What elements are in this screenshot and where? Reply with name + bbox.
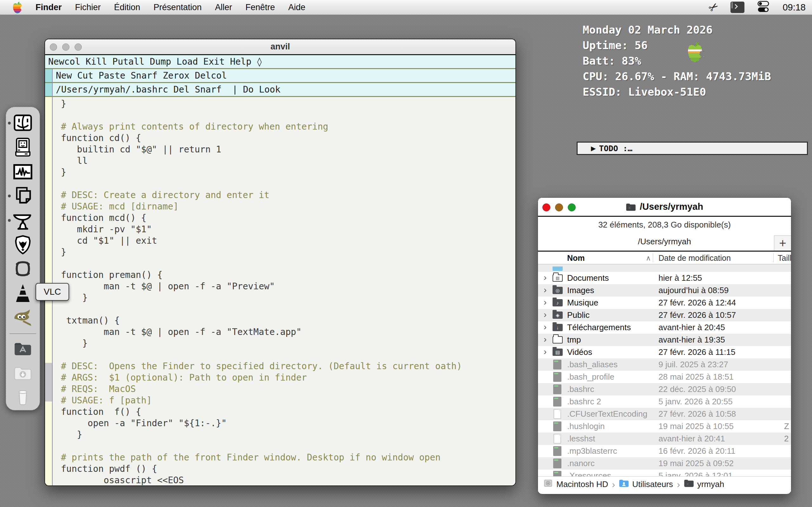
code-line[interactable]: txtman() { bbox=[61, 315, 515, 326]
minimize-button[interactable] bbox=[555, 204, 563, 211]
file-name[interactable]: .lesshst bbox=[567, 434, 595, 444]
breadcrumb-yrmyah[interactable]: yrmyah bbox=[684, 479, 724, 490]
dock-item-vlc-icon[interactable] bbox=[11, 282, 35, 305]
close-button[interactable] bbox=[50, 43, 57, 51]
file-name[interactable]: Musique bbox=[567, 298, 598, 308]
menu-finder[interactable]: Finder bbox=[36, 3, 62, 12]
code-line[interactable]: function cd() { bbox=[61, 132, 515, 144]
file-row-t-l-chargements[interactable]: ›↓Téléchargementsavant-hier à 20:45 bbox=[538, 321, 791, 334]
column-header-name[interactable]: Nom bbox=[567, 253, 585, 263]
code-comment-line[interactable]: # USAGE: f [path] bbox=[61, 395, 515, 406]
column-header-date[interactable]: Date de modification bbox=[658, 253, 731, 263]
code-line[interactable]: function mcd() { bbox=[61, 212, 515, 224]
file-row--bash-profile[interactable]: .bash_profile28 mai 2025 à 18:51 bbox=[538, 371, 791, 383]
menu-presentation[interactable]: Présentation bbox=[154, 3, 202, 12]
column-divider[interactable] bbox=[653, 253, 653, 262]
bashrc-code-editor[interactable]: } # Always print contents of directory w… bbox=[53, 97, 515, 486]
disclosure-chevron-icon[interactable]: › bbox=[544, 273, 547, 283]
minimize-button[interactable] bbox=[62, 43, 69, 51]
code-line[interactable] bbox=[61, 303, 515, 315]
file-name[interactable]: .hushlogin bbox=[567, 421, 605, 431]
dock-item-trash-icon[interactable] bbox=[11, 386, 35, 409]
file-row-tmp[interactable]: ›tmpavant-hier à 19:35 bbox=[538, 334, 791, 346]
menu-edition[interactable]: Édition bbox=[114, 3, 141, 12]
scrollbar-thumb[interactable] bbox=[45, 363, 52, 401]
file-row-musique[interactable]: ›♪Musique27 févr. 2026 à 12:44 bbox=[538, 297, 791, 309]
zoom-button[interactable] bbox=[568, 204, 576, 211]
file-row--xresources[interactable]: .Xresources5 janv. 2026 à 12:01 bbox=[538, 469, 791, 476]
file-row--hushlogin[interactable]: .hushlogin19 mai 2025 à 10:55Z bbox=[538, 420, 791, 433]
code-line[interactable]: builtin cd "$@" || return 1 bbox=[61, 144, 515, 155]
file-row--cfusertextencoding[interactable]: .CFUserTextEncoding27 févr. 2026 à 10:58 bbox=[538, 408, 791, 420]
todo-widget[interactable]: ▶ TODO :… bbox=[577, 142, 808, 155]
scissors-icon[interactable]: ✂ bbox=[707, 0, 721, 14]
todo-disclosure-icon[interactable]: ▶ bbox=[591, 145, 596, 152]
breadcrumb-macintosh-hd[interactable]: Macintosh HD bbox=[543, 479, 608, 490]
dock-item-finder-icon[interactable] bbox=[11, 112, 35, 135]
dock-item-stickies-icon[interactable] bbox=[11, 184, 35, 208]
file-name[interactable]: Documents bbox=[567, 273, 609, 283]
code-line[interactable]: cd "$1" || exit bbox=[61, 235, 515, 246]
column-handle[interactable] bbox=[45, 69, 53, 82]
file-row-images[interactable]: ›◎Imagesaujourd’hui à 08:59 bbox=[538, 284, 791, 297]
dock-item-gemini-icon[interactable] bbox=[11, 257, 35, 280]
disclosure-chevron-icon[interactable]: › bbox=[544, 285, 547, 295]
file-name[interactable]: .Xresources bbox=[567, 471, 611, 476]
file-name[interactable]: .mp3blasterrc bbox=[567, 446, 617, 456]
close-button[interactable] bbox=[542, 204, 550, 211]
anvil-main-tag[interactable]: Newcol Kill Putall Dump Load Exit Help ◊ bbox=[45, 55, 515, 69]
file-row--mp3blasterrc[interactable]: .mp3blasterrc16 févr. 2026 à 20:11 bbox=[538, 445, 791, 457]
dock-item-brave-icon[interactable] bbox=[11, 233, 35, 256]
menu-bar-clock[interactable]: 09:18 bbox=[782, 2, 806, 13]
file-name[interactable]: Téléchargements bbox=[567, 323, 631, 332]
code-line[interactable] bbox=[61, 178, 515, 189]
dock-item-activity-monitor-icon[interactable] bbox=[11, 160, 35, 183]
sort-ascending-icon[interactable]: ∧ bbox=[646, 254, 651, 262]
code-line[interactable]: osascript <<EOS bbox=[61, 475, 515, 486]
file-name[interactable]: Vidéos bbox=[567, 347, 592, 357]
anvil-column-tag-text[interactable]: New Cut Paste Snarf Zerox Delcol bbox=[53, 69, 227, 82]
code-line[interactable]: } bbox=[61, 338, 515, 349]
code-comment-line[interactable]: # prints the path of the front Finder wi… bbox=[61, 452, 515, 463]
menu-aide[interactable]: Aide bbox=[288, 3, 305, 12]
new-tab-button[interactable]: + bbox=[774, 235, 791, 250]
file-name[interactable]: .bashrc 2 bbox=[567, 397, 601, 406]
code-line[interactable]: } bbox=[61, 429, 515, 441]
anvil-title-bar[interactable]: anvil bbox=[45, 39, 515, 55]
column-header-size[interactable]: Taille bbox=[778, 253, 792, 263]
file-row--bashrc[interactable]: .bashrc22 déc. 2025 à 09:50 bbox=[538, 383, 791, 395]
anvil-window-tag-text[interactable]: /Users/yrmyah/.bashrc Del Snarf | Do Loo… bbox=[53, 83, 281, 96]
disclosure-chevron-icon[interactable]: › bbox=[544, 322, 547, 332]
dock-item-anvil-icon[interactable] bbox=[11, 209, 35, 232]
code-comment-line[interactable]: # REQS: MacOS bbox=[61, 383, 515, 395]
code-line[interactable]: open -a "Finder" "${1:-.}" bbox=[61, 418, 515, 429]
code-line[interactable]: man -t $@ | open -f -a "TextMate.app" bbox=[61, 326, 515, 338]
disclosure-chevron-icon[interactable]: › bbox=[544, 334, 547, 344]
file-row-documents[interactable]: ›▤Documentshier à 12:55 bbox=[538, 272, 791, 284]
anvil-column-tag[interactable]: New Cut Paste Snarf Zerox Delcol bbox=[45, 69, 515, 83]
dock-item-applications-folder-icon[interactable] bbox=[11, 337, 35, 360]
file-name[interactable]: .bashrc bbox=[567, 384, 594, 394]
dock-item-downloads-folder-icon[interactable] bbox=[11, 361, 35, 385]
file-row--nanorc[interactable]: .nanorc19 mai 2025 à 09:52 bbox=[538, 457, 791, 469]
file-name[interactable]: .bash_aliases bbox=[567, 360, 618, 370]
disclosure-chevron-icon[interactable]: › bbox=[544, 347, 547, 357]
code-line[interactable]: function f() { bbox=[61, 406, 515, 418]
file-row--lesshst[interactable]: .lesshstavant-hier à 20:412 bbox=[538, 433, 791, 445]
code-line[interactable]: } bbox=[61, 167, 515, 178]
code-line[interactable]: function pwdf () { bbox=[61, 463, 515, 475]
file-row-public[interactable]: ›◈Public27 févr. 2026 à 10:57 bbox=[538, 309, 791, 321]
dock-item-gimp-icon[interactable] bbox=[11, 306, 35, 329]
code-line[interactable]: ll bbox=[61, 155, 515, 167]
window-handle[interactable] bbox=[45, 83, 53, 96]
code-line[interactable] bbox=[61, 258, 515, 269]
toggles-icon[interactable] bbox=[757, 1, 770, 14]
menu-fichier[interactable]: Fichier bbox=[75, 3, 101, 12]
code-line[interactable]: mkdir -pv "$1" bbox=[61, 224, 515, 235]
disclosure-chevron-icon[interactable]: › bbox=[544, 309, 547, 320]
code-comment-line[interactable]: # DESC: Opens the Finder to specified di… bbox=[61, 360, 515, 372]
file-name[interactable]: tmp bbox=[567, 335, 581, 345]
code-line[interactable] bbox=[61, 349, 515, 360]
code-comment-line[interactable]: # DESC: Create a directory and enter it bbox=[61, 189, 515, 201]
file-row--bashrc-2[interactable]: .bashrc 25 janv. 2026 à 20:55 bbox=[538, 395, 791, 408]
